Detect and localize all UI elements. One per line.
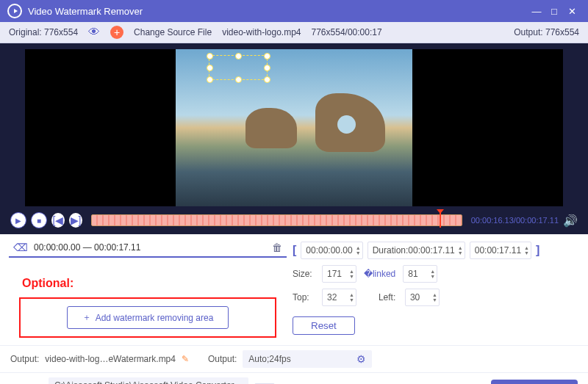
original-dims: Original: 776x554 [9, 27, 78, 37]
player-controls: ▶ ■ [◀ ▶] 00:00:16.13/00:00:17.11 🔊 [0, 211, 588, 234]
optional-label: Optional: [9, 258, 287, 297]
add-watermark-label: Add watermark removing area [96, 313, 214, 323]
app-title: Video Watermark Remover [28, 6, 528, 17]
video-preview[interactable] [25, 49, 563, 206]
top-label: Top: [293, 292, 318, 303]
output-row: Output: video-with-log…eWatermark.mp4 ✎ … [0, 345, 588, 372]
duration-input[interactable]: Duration:00:00:17.11▲▼ [368, 242, 465, 259]
width-input[interactable]: 171▲▼ [322, 265, 356, 283]
height-input[interactable]: 81▲▼ [403, 265, 437, 283]
range-start-bracket-icon[interactable]: [ [293, 244, 296, 257]
timeline-scrubber[interactable] [91, 214, 462, 226]
watermark-selection-box[interactable] [209, 55, 268, 80]
eraser-icon[interactable]: ⌫ [13, 242, 28, 253]
clip-range-row: ⌫ 00:00:00.00 — 00:00:17.11 🗑 [9, 239, 287, 258]
stop-button[interactable]: ■ [31, 212, 47, 228]
link-aspect-icon[interactable]: �linked [364, 269, 395, 279]
add-source-icon[interactable]: + [110, 26, 123, 39]
volume-icon[interactable]: 🔊 [563, 214, 578, 228]
left-label: Left: [379, 292, 401, 303]
edit-filename-icon[interactable]: ✎ [182, 354, 189, 364]
export-button[interactable]: Export [491, 380, 578, 385]
save-path-text: C:\Aiseesoft Studio\Aiseesoft Video Conv… [54, 380, 243, 384]
titlebar: Video Watermark Remover — □ ✕ [0, 0, 588, 22]
delete-clip-icon[interactable]: 🗑 [272, 242, 282, 253]
minimize-button[interactable]: — [528, 6, 545, 17]
resize-handle[interactable] [235, 53, 242, 59]
source-filename: video-with-logo.mp4 [222, 27, 301, 37]
output-label: Output: [10, 354, 39, 364]
clip-range: 00:00:00.00 — 00:00:17.11 [34, 242, 266, 253]
reset-button[interactable]: Reset [293, 316, 355, 335]
range-end-bracket-icon[interactable]: ] [536, 244, 539, 257]
change-source-button[interactable]: Change Source File [134, 27, 212, 37]
resize-handle[interactable] [264, 53, 270, 59]
resize-handle[interactable] [235, 76, 242, 83]
start-time-input[interactable]: 00:00:00.00▲▼ [301, 242, 362, 259]
prev-frame-button[interactable]: [◀ [51, 213, 65, 228]
playhead[interactable] [440, 211, 441, 228]
plus-icon: ＋ [82, 311, 91, 324]
resize-handle[interactable] [207, 65, 213, 71]
resize-handle[interactable] [207, 76, 213, 83]
settings-icon[interactable]: ⚙ [356, 353, 366, 365]
resize-handle[interactable] [264, 76, 270, 83]
play-button[interactable]: ▶ [10, 212, 26, 228]
next-frame-button[interactable]: ▶] [69, 213, 82, 228]
save-path-field[interactable]: C:\Aiseesoft Studio\Aiseesoft Video Conv… [49, 377, 248, 384]
preview-area [0, 43, 588, 211]
info-bar: Original: 776x554 👁 + Change Source File… [0, 22, 588, 43]
left-input[interactable]: 30▲▼ [405, 289, 440, 306]
save-row: Save to: C:\Aiseesoft Studio\Aiseesoft V… [0, 372, 588, 384]
highlight-box: ＋ Add watermark removing area [19, 297, 276, 338]
size-label: Size: [293, 269, 318, 279]
timecode: 00:00:16.13/00:00:17.11 [471, 216, 559, 225]
close-button[interactable]: ✕ [563, 6, 581, 17]
resize-handle[interactable] [207, 53, 213, 59]
output-filename: video-with-log…eWatermark.mp4 [45, 354, 176, 364]
app-logo-icon [7, 4, 22, 18]
output-dims: Output: 776x554 [514, 27, 579, 37]
preview-toggle-icon[interactable]: 👁 [88, 26, 100, 39]
end-time-input[interactable]: 00:00:17.11▲▼ [470, 242, 531, 259]
resize-handle[interactable] [264, 65, 270, 71]
output-format-select[interactable]: Auto;24fps ⚙ [243, 350, 372, 368]
output-format-label: Output: [208, 354, 237, 364]
add-watermark-area-button[interactable]: ＋ Add watermark removing area [67, 306, 229, 329]
source-meta: 776x554/00:00:17 [312, 27, 382, 37]
maximize-button[interactable]: □ [545, 6, 563, 17]
top-input[interactable]: 32▲▼ [322, 289, 356, 306]
